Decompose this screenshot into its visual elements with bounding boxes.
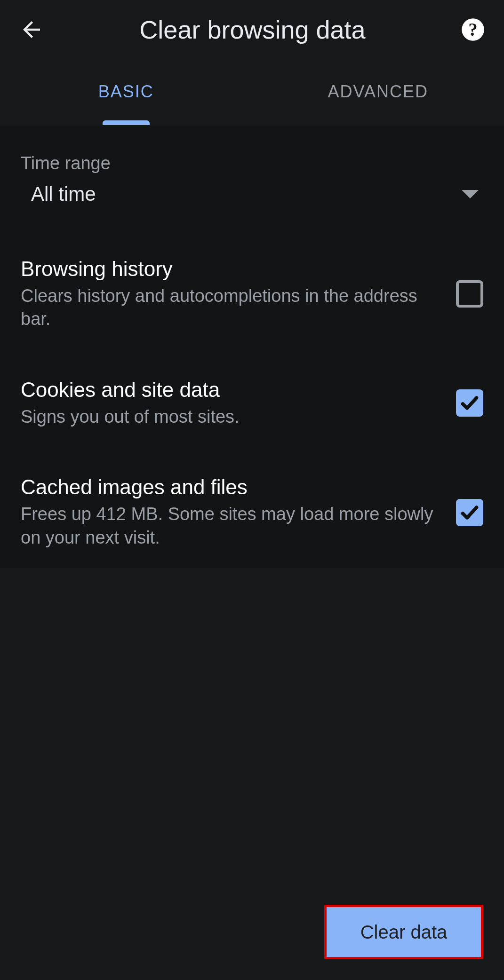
clear-data-label: Clear data [360,922,448,943]
item-title: Cookies and site data [21,378,437,402]
tab-advanced-label: ADVANCED [328,82,428,101]
item-subtitle: Signs you out of most sites. [21,405,437,428]
item-cached[interactable]: Cached images and files Frees up 412 MB.… [21,447,483,568]
item-browsing-history[interactable]: Browsing history Clears history and auto… [21,229,483,350]
time-range-value: All time [31,183,96,205]
chevron-down-icon [462,190,479,198]
item-cookies[interactable]: Cookies and site data Signs you out of m… [21,350,483,447]
check-icon [459,502,480,523]
tab-basic-label: BASIC [98,82,154,101]
tab-basic[interactable]: BASIC [0,59,252,125]
clear-data-button[interactable]: Clear data [324,905,483,959]
checkbox-cookies[interactable] [456,389,483,417]
time-range-dropdown[interactable]: All time [21,174,483,229]
item-subtitle: Frees up 412 MB. Some sites may load mor… [21,503,437,549]
back-arrow-icon[interactable] [19,17,44,42]
item-subtitle: Clears history and autocompletions in th… [21,285,437,331]
item-title: Browsing history [21,257,437,281]
checkbox-cached[interactable] [456,499,483,526]
help-icon[interactable]: ? [461,17,485,42]
checkbox-browsing-history[interactable] [456,280,483,308]
time-range-label: Time range [21,153,483,174]
page-title: Clear browsing data [44,15,461,44]
svg-text:?: ? [468,19,478,40]
tab-indicator [103,120,150,125]
tab-advanced[interactable]: ADVANCED [252,59,504,125]
check-icon [459,393,480,413]
item-title: Cached images and files [21,475,437,499]
